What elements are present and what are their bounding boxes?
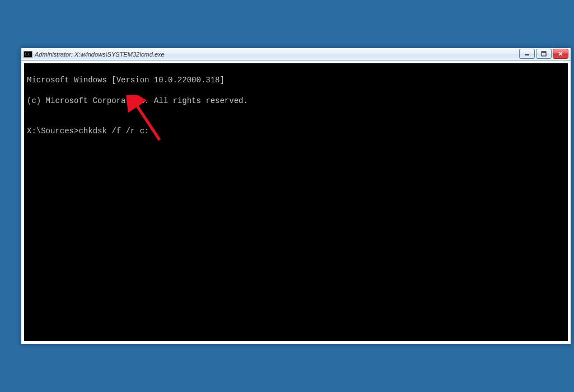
terminal-output[interactable]: Microsoft Windows [Version 10.0.22000.31… <box>24 63 568 341</box>
maximize-button[interactable] <box>536 49 552 59</box>
maximize-icon <box>541 51 547 57</box>
minimize-icon <box>524 51 530 57</box>
terminal-line-version: Microsoft Windows [Version 10.0.22000.31… <box>27 75 565 85</box>
svg-rect-0 <box>525 54 529 55</box>
cmd-icon: C:\ <box>24 51 32 58</box>
cmd-icon-glyph: C:\ <box>25 53 29 56</box>
svg-rect-2 <box>542 52 546 53</box>
close-button[interactable] <box>553 49 568 59</box>
command-prompt-window: C:\ Administrator: X:\windows\SYSTEM32\c… <box>21 48 571 344</box>
terminal-prompt-line: X:\Sources>chkdsk /f /r c: <box>27 126 565 136</box>
terminal-command: chkdsk /f /r c: <box>78 126 149 136</box>
window-controls <box>519 49 568 59</box>
window-title: Administrator: X:\windows\SYSTEM32\cmd.e… <box>35 51 568 58</box>
terminal-line-copyright: (c) Microsoft Corporation. All rights re… <box>27 96 565 106</box>
close-icon <box>558 51 563 57</box>
minimize-button[interactable] <box>519 49 535 59</box>
terminal-prompt: X:\Sources> <box>27 126 78 136</box>
window-titlebar[interactable]: C:\ Administrator: X:\windows\SYSTEM32\c… <box>21 48 571 60</box>
